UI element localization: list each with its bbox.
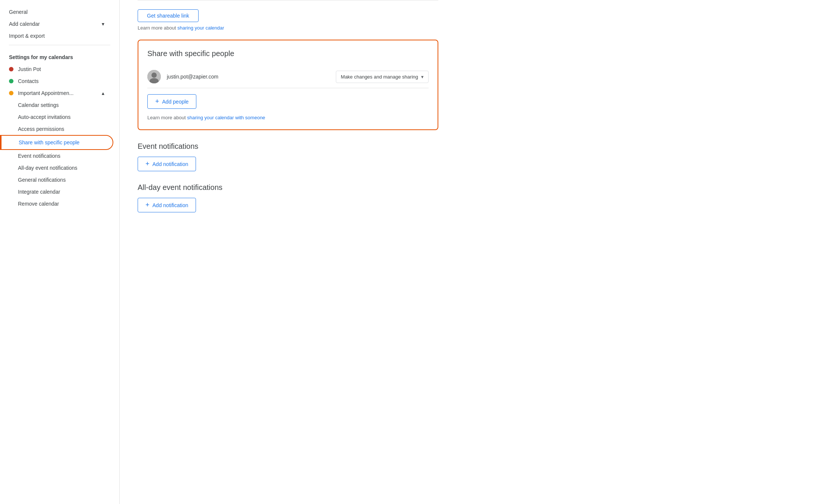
avatar	[147, 70, 161, 83]
sidebar-item-add-calendar[interactable]: Add calendar ▾	[0, 18, 113, 30]
sidebar-divider-1	[9, 45, 110, 45]
sidebar-item-important-label: Important Appointmen...	[18, 90, 74, 96]
get-shareable-link-button[interactable]: Get shareable link	[138, 9, 199, 22]
sidebar-sub-share-specific-label: Share with specific people	[19, 139, 80, 145]
sidebar-sub-calendar-settings[interactable]: Calendar settings	[0, 99, 113, 111]
sidebar-sub-event-notifications-label: Event notifications	[18, 153, 61, 159]
sidebar-sub-access-permissions[interactable]: Access permissions	[0, 123, 113, 135]
permission-dropdown[interactable]: Make changes and manage sharing ▾	[336, 71, 429, 83]
sidebar-item-important-appointments[interactable]: Important Appointmen... ▴	[0, 87, 113, 99]
sidebar-item-contacts[interactable]: Contacts	[0, 75, 113, 87]
learn-more-sharing-link[interactable]: sharing your calendar	[177, 25, 224, 31]
person-email: justin.pot@zapier.com	[167, 74, 330, 80]
chevron-up-icon: ▴	[102, 90, 104, 96]
sidebar-item-add-calendar-label: Add calendar	[9, 21, 40, 27]
get-shareable-link-wrapper: Get shareable link	[138, 9, 438, 22]
calendar-dot-contacts	[9, 79, 13, 83]
event-notifications-title: Event notifications	[138, 142, 438, 151]
sidebar-item-import-export-label: Import & export	[9, 33, 45, 39]
sidebar-sub-event-notifications[interactable]: Event notifications	[0, 150, 113, 162]
sidebar-sub-auto-accept-label: Auto-accept invitations	[18, 114, 71, 120]
add-event-notification-label: Add notification	[153, 161, 188, 167]
person-row: justin.pot@zapier.com Make changes and m…	[147, 65, 429, 88]
learn-more-sharing-someone-link[interactable]: sharing your calendar with someone	[187, 115, 265, 120]
add-people-button[interactable]: + Add people	[147, 94, 196, 109]
chevron-down-icon: ▾	[102, 21, 104, 27]
sidebar: General Add calendar ▾ Import & export S…	[0, 0, 120, 504]
share-section-title: Share with specific people	[147, 49, 429, 58]
all-day-notifications-section: All-day event notifications + Add notifi…	[138, 183, 438, 212]
sidebar-item-justin-pot[interactable]: Justin Pot	[0, 63, 113, 75]
sidebar-sub-access-permissions-label: Access permissions	[18, 126, 64, 132]
sidebar-item-import-export[interactable]: Import & export	[0, 30, 113, 42]
dropdown-arrow-icon: ▾	[421, 74, 424, 80]
sidebar-sub-all-day-notifications[interactable]: All-day event notifications	[0, 162, 113, 174]
sidebar-sub-all-day-notifications-label: All-day event notifications	[18, 165, 77, 171]
sidebar-sub-remove-calendar[interactable]: Remove calendar	[0, 198, 113, 210]
permission-label: Make changes and manage sharing	[341, 74, 418, 80]
plus-icon: +	[155, 98, 159, 105]
sidebar-item-justin-pot-label: Justin Pot	[18, 66, 41, 72]
add-event-notification-button[interactable]: + Add notification	[138, 157, 196, 171]
sidebar-sub-share-wrapper: Share with specific people	[0, 135, 119, 150]
sub-items-wrapper: Calendar settings Auto-accept invitation…	[0, 99, 119, 210]
plus-icon-all-day: +	[145, 201, 150, 209]
add-people-label: Add people	[162, 99, 189, 105]
sidebar-sub-integrate-calendar[interactable]: Integrate calendar	[0, 186, 113, 198]
plus-icon-event: +	[145, 160, 150, 168]
sidebar-sub-general-notifications[interactable]: General notifications	[0, 174, 113, 186]
sidebar-sub-calendar-settings-label: Calendar settings	[18, 102, 59, 108]
calendar-dot-important	[9, 91, 13, 95]
calendar-dot-justin-pot	[9, 67, 13, 71]
sidebar-section-my-calendars: Settings for my calendars	[0, 48, 119, 63]
sidebar-sub-share-specific[interactable]: Share with specific people	[0, 135, 113, 150]
all-day-notifications-title: All-day event notifications	[138, 183, 438, 192]
sidebar-item-general-label: General	[9, 9, 28, 15]
svg-point-1	[151, 73, 157, 78]
sidebar-sub-general-notifications-label: General notifications	[18, 177, 66, 183]
learn-more-sharing-text: Learn more about sharing your calendar	[138, 25, 438, 31]
share-specific-people-section: Share with specific people justin.pot@za…	[138, 40, 438, 130]
sidebar-item-general[interactable]: General	[0, 6, 113, 18]
active-indicator	[0, 135, 1, 150]
sidebar-sub-remove-calendar-label: Remove calendar	[18, 201, 59, 207]
top-divider	[138, 0, 438, 0]
main-content: Get shareable link Learn more about shar…	[120, 0, 456, 504]
sidebar-sub-auto-accept[interactable]: Auto-accept invitations	[0, 111, 113, 123]
sidebar-sub-integrate-calendar-label: Integrate calendar	[18, 189, 60, 195]
event-notifications-section: Event notifications + Add notification	[138, 142, 438, 171]
add-all-day-notification-label: Add notification	[153, 202, 188, 208]
add-all-day-notification-button[interactable]: + Add notification	[138, 198, 196, 212]
learn-more-sharing-someone-text: Learn more about sharing your calendar w…	[147, 115, 429, 120]
sidebar-item-contacts-label: Contacts	[18, 78, 39, 84]
